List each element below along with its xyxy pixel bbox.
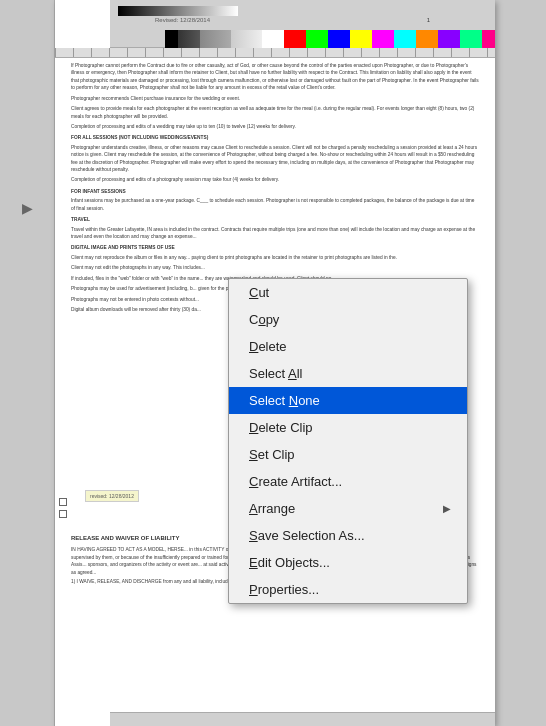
delete-clip-underline: D [249, 420, 258, 435]
copy-underline: o [258, 312, 265, 327]
page-number: 1 [427, 17, 430, 23]
ruler-marks [55, 48, 495, 57]
timestamp-stamp: revised: 12/28/2012 [85, 490, 139, 502]
menu-item-arrange[interactable]: Arrange ▶ [229, 495, 467, 522]
menu-item-create-artifact-label: Create Artifact... [249, 474, 342, 489]
edit-objects-underline: E [249, 555, 258, 570]
set-clip-underline: S [249, 447, 258, 462]
menu-item-delete-label: Delete [249, 339, 287, 354]
menu-item-delete[interactable]: Delete [229, 333, 467, 360]
menu-item-edit-objects-label: Edit Objects... [249, 555, 330, 570]
select-all-underline: A [288, 366, 297, 381]
menu-item-delete-clip-label: Delete Clip [249, 420, 313, 435]
menu-item-delete-clip[interactable]: Delete Clip [229, 414, 467, 441]
properties-underline: P [249, 582, 258, 597]
menu-item-set-clip-label: Set Clip [249, 447, 295, 462]
menu-item-save-selection-label: Save Selection As... [249, 528, 365, 543]
page-markers [59, 498, 67, 518]
left-panel: ▶ [0, 0, 55, 726]
delete-underline: D [249, 339, 258, 354]
timestamp-top: Revised: 12/28/2014 [155, 17, 210, 23]
menu-item-edit-objects[interactable]: Edit Objects... [229, 549, 467, 576]
marker-2 [59, 510, 67, 518]
menu-item-select-all[interactable]: Select All [229, 360, 467, 387]
menu-item-select-none[interactable]: Select None [229, 387, 467, 414]
select-none-underline: N [289, 393, 298, 408]
menu-item-cut-label: Cut [249, 285, 269, 300]
menu-item-set-clip[interactable]: Set Clip [229, 441, 467, 468]
arrange-arrow-icon: ▶ [443, 503, 451, 514]
marker-1 [59, 498, 67, 506]
menu-item-cut[interactable]: Cut [229, 279, 467, 306]
arrange-underline: A [249, 501, 258, 516]
menu-item-select-all-label: Select All [249, 366, 302, 381]
context-menu: Cut Copy Delete Select All Select None D… [228, 278, 468, 604]
menu-item-save-selection[interactable]: Save Selection As... [229, 522, 467, 549]
cut-underline: C [249, 285, 258, 300]
gradient-strip [118, 6, 238, 16]
menu-item-copy[interactable]: Copy [229, 306, 467, 333]
doc-header-bar [110, 0, 495, 48]
menu-item-create-artifact[interactable]: Create Artifact... [229, 468, 467, 495]
menu-item-properties[interactable]: Properties... [229, 576, 467, 603]
menu-item-copy-label: Copy [249, 312, 279, 327]
menu-item-select-none-label: Select None [249, 393, 320, 408]
doc-text-block-1: If Photographer cannot perform the Contr… [63, 62, 487, 313]
ruler [55, 48, 495, 58]
menu-item-arrange-label: Arrange [249, 501, 295, 516]
menu-item-properties-label: Properties... [249, 582, 319, 597]
save-selection-underline: S [249, 528, 258, 543]
bottom-bar [110, 712, 495, 726]
create-artifact-underline: C [249, 474, 258, 489]
color-strip [165, 30, 495, 48]
left-panel-arrow[interactable]: ▶ [22, 200, 33, 216]
